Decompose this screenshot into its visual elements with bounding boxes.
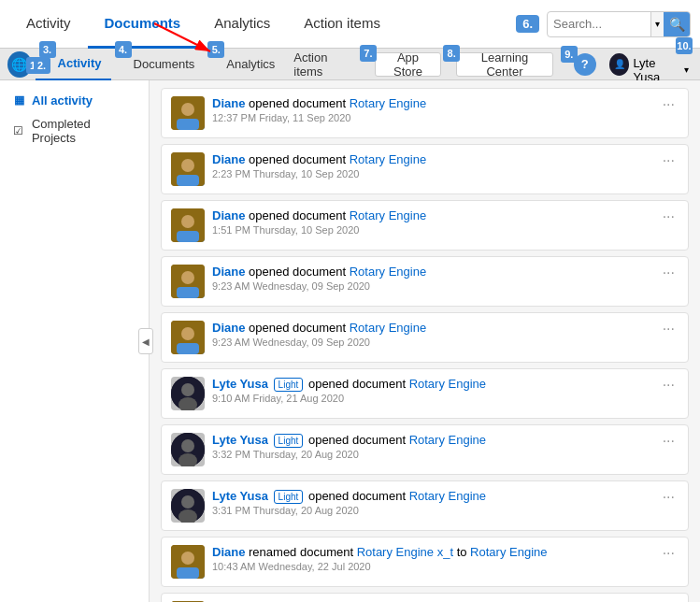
activity-item: Diane opened document Rotary Engine 2:23… — [161, 144, 689, 194]
activity-feed: Diane opened document Rotary Engine 12:3… — [150, 80, 700, 602]
badge-4: 4. — [115, 41, 132, 58]
activity-text: Diane opened document Rotary Engine 9:23… — [212, 265, 651, 292]
activity-text: Diane opened document Rotary Engine 1:51… — [212, 208, 651, 236]
svg-point-24 — [181, 495, 194, 509]
second-nav-activity[interactable]: 3. Activity — [36, 49, 111, 80]
second-nav-analytics[interactable]: 5. Analytics — [204, 49, 284, 80]
svg-rect-13 — [177, 287, 199, 298]
activity-item: Diane opened document Rotary Engine 12:3… — [161, 88, 689, 138]
activity-item: Diane opened document Rotary Engine 9:23… — [161, 256, 689, 307]
badge-7: 7. — [360, 45, 377, 62]
learning-center-button[interactable]: Learning Center — [456, 52, 553, 77]
sidebar-item-completed-projects[interactable]: ☑ Completed Projects — [0, 112, 149, 150]
top-nav-badge[interactable]: 6. — [516, 15, 539, 33]
activity-item-menu[interactable]: ··· — [659, 489, 679, 506]
avatar-diane — [171, 152, 205, 186]
user-chevron-icon: ▾ — [684, 64, 689, 75]
svg-rect-4 — [177, 119, 199, 130]
activity-text: Diane opened document Rotary Engine 2:23… — [212, 152, 651, 179]
svg-rect-10 — [177, 231, 199, 242]
avatar-lyte — [171, 377, 205, 410]
light-badge: Light — [274, 378, 304, 392]
top-nav-action-items[interactable]: Action items — [287, 0, 397, 49]
svg-point-27 — [181, 552, 194, 565]
avatar-diane — [171, 208, 205, 242]
svg-rect-7 — [177, 175, 199, 186]
badge-9: 9. — [561, 46, 578, 63]
search-button[interactable]: 🔍 — [664, 12, 690, 36]
main-content: ▦ All activity ☑ Completed Projects ◀ — [0, 80, 700, 602]
svg-rect-16 — [177, 343, 199, 354]
avatar-diane — [171, 545, 205, 579]
svg-point-15 — [181, 327, 194, 340]
badge-10: 10. — [676, 37, 693, 54]
svg-point-18 — [181, 383, 194, 396]
activity-item-menu[interactable]: ··· — [659, 208, 679, 225]
sidebar-item-all-activity[interactable]: ▦ All activity — [0, 88, 149, 112]
search-input[interactable] — [548, 17, 650, 31]
avatar-diane — [171, 265, 205, 298]
badge-8: 8. — [443, 45, 460, 62]
search-dropdown[interactable]: ▾ — [650, 12, 664, 36]
sidebar: ▦ All activity ☑ Completed Projects ◀ — [0, 80, 150, 602]
activity-item-menu[interactable]: ··· — [659, 152, 679, 169]
user-menu[interactable]: 10. 👤 Lyte Yusa ▾ — [606, 45, 693, 84]
activity-text: Lyte Yusa Light opened document Rotary E… — [212, 377, 651, 404]
activity-item-menu[interactable]: ··· — [659, 377, 679, 394]
light-badge: Light — [274, 490, 304, 504]
activity-item: Diane created version V4 in workspace Ma… — [161, 593, 689, 602]
svg-rect-28 — [177, 567, 199, 579]
check-icon: ☑ — [11, 123, 26, 138]
activity-text: Diane opened document Rotary Engine 9:23… — [212, 321, 651, 348]
search-container: ▾ 🔍 — [547, 11, 691, 37]
sidebar-collapse-handle[interactable]: ◀ — [138, 328, 153, 354]
activity-text: Lyte Yusa Light opened document Rotary E… — [212, 433, 651, 460]
appstore-button[interactable]: App Store — [375, 52, 441, 77]
avatar-diane — [171, 321, 205, 354]
svg-point-3 — [181, 103, 194, 116]
second-nav-action-items[interactable]: Action items — [284, 49, 364, 80]
activity-item: Diane opened document Rotary Engine 9:23… — [161, 312, 689, 363]
svg-point-12 — [181, 271, 194, 284]
avatar-diane — [171, 96, 205, 130]
top-nav: Activity Documents Analytics Action item… — [0, 0, 700, 49]
activity-item-menu[interactable]: ··· — [659, 96, 679, 113]
top-nav-documents[interactable]: Documents — [88, 0, 198, 49]
second-nav-documents[interactable]: 4. Documents — [111, 49, 205, 80]
activity-item: Lyte Yusa Light opened document Rotary E… — [161, 368, 689, 419]
activity-item-menu[interactable]: ··· — [659, 265, 679, 281]
activity-item: Lyte Yusa Light opened document Rotary E… — [161, 480, 689, 531]
svg-point-21 — [181, 439, 194, 452]
badge-3: 3. — [39, 41, 56, 58]
activity-item-menu[interactable]: ··· — [659, 321, 679, 337]
activity-text: Lyte Yusa Light opened document Rotary E… — [212, 489, 651, 516]
activity-text: Diane opened document Rotary Engine 12:3… — [212, 96, 651, 123]
grid-icon: ▦ — [11, 93, 26, 108]
activity-item-menu[interactable]: ··· — [659, 433, 679, 450]
avatar-lyte — [171, 489, 205, 523]
light-badge: Light — [274, 434, 304, 448]
activity-item: Lyte Yusa Light opened document Rotary E… — [161, 424, 689, 475]
svg-point-6 — [181, 159, 194, 172]
activity-item-menu[interactable]: ··· — [659, 545, 679, 562]
activity-item: Diane renamed document Rotary Engine x_t… — [161, 537, 689, 587]
second-nav: 🌐 1. 2. 3. Activity 4. Documents 5. Anal… — [0, 49, 700, 80]
svg-point-9 — [181, 215, 194, 228]
user-avatar: 👤 — [609, 53, 630, 76]
avatar-lyte — [171, 433, 205, 466]
badge-5: 5. — [207, 41, 224, 58]
activity-text: Diane renamed document Rotary Engine x_t… — [212, 545, 651, 572]
activity-item: Diane opened document Rotary Engine 1:51… — [161, 200, 689, 251]
